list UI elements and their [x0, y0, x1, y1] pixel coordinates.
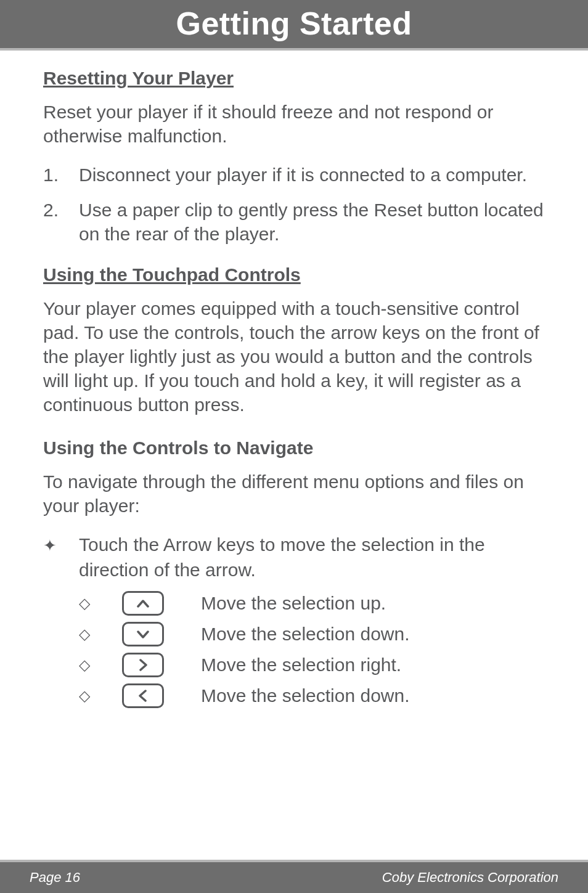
bullet-list: ✦ Touch the Arrow keys to move the selec…: [43, 532, 545, 582]
body-text: Reset your player if it should freeze an…: [43, 100, 545, 148]
list-item: ◇ Move the selection down.: [79, 683, 545, 708]
diamond-icon: ◇: [79, 626, 122, 643]
star-icon: ✦: [43, 532, 79, 582]
body-text: To navigate through the different menu o…: [43, 470, 545, 518]
diamond-icon: ◇: [79, 656, 122, 674]
footer-bar: Page 16 Coby Electronics Corporation: [0, 860, 588, 893]
body-text: Your player comes equipped with a touch-…: [43, 296, 545, 417]
up-arrow-key-icon: [122, 591, 164, 616]
list-number: 2.: [43, 198, 79, 246]
diamond-icon: ◇: [79, 595, 122, 612]
numbered-list: 1. Disconnect your player if it is conne…: [43, 163, 545, 246]
list-item: 1. Disconnect your player if it is conne…: [43, 163, 545, 187]
list-item: ✦ Touch the Arrow keys to move the selec…: [43, 532, 545, 582]
section-heading-touchpad: Using the Touchpad Controls: [43, 264, 545, 285]
page-number: Page 16: [30, 870, 80, 886]
page-title: Getting Started: [0, 5, 588, 42]
list-number: 1.: [43, 163, 79, 187]
list-item: ◇ Move the selection up.: [79, 591, 545, 616]
document-page: Getting Started Resetting Your Player Re…: [0, 0, 588, 893]
list-text: Touch the Arrow keys to move the selecti…: [79, 532, 545, 582]
list-item: ◇ Move the selection right.: [79, 653, 545, 677]
left-arrow-key-icon: [122, 683, 164, 708]
right-arrow-key-icon: [122, 653, 164, 677]
key-description: Move the selection right.: [201, 654, 401, 675]
list-text: Use a paper clip to gently press the Res…: [79, 198, 545, 246]
key-description: Move the selection down.: [201, 685, 410, 706]
list-item: ◇ Move the selection down.: [79, 622, 545, 646]
section-heading-reset: Resetting Your Player: [43, 68, 545, 89]
footer-org: Coby Electronics Corporation: [382, 870, 558, 886]
down-arrow-key-icon: [122, 622, 164, 646]
subsection-heading-navigate: Using the Controls to Navigate: [43, 438, 545, 459]
key-description: Move the selection down.: [201, 624, 410, 645]
key-description: Move the selection up.: [201, 593, 386, 614]
diamond-icon: ◇: [79, 687, 122, 704]
content-area: Resetting Your Player Reset your player …: [0, 51, 588, 860]
list-item: 2. Use a paper clip to gently press the …: [43, 198, 545, 246]
header-bar: Getting Started: [0, 0, 588, 51]
key-list: ◇ Move the selection up. ◇ Move the sele…: [43, 591, 545, 708]
list-text: Disconnect your player if it is connecte…: [79, 163, 527, 187]
